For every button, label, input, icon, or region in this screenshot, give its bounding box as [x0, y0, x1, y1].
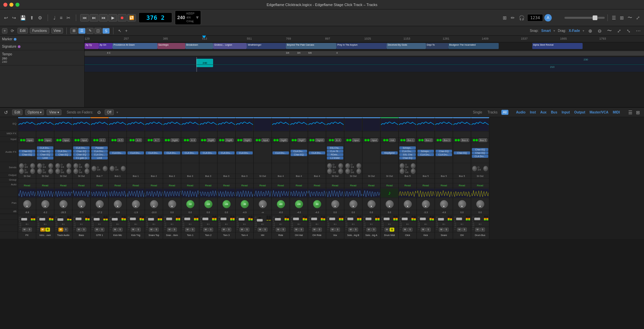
fx-plugin[interactable]: Limit: [91, 156, 108, 159]
fader-track[interactable]: [150, 217, 152, 219]
mute-button[interactable]: M: [294, 228, 299, 232]
mute-button[interactable]: M: [403, 228, 407, 232]
automation-row[interactable]: Read: [18, 183, 36, 188]
pan-row[interactable]: [417, 198, 435, 210]
input-pill[interactable]: Inst: [389, 138, 395, 142]
fx-plugin[interactable]: CLA Dru...: [218, 151, 235, 154]
pencil-icon-btn[interactable]: ✎: [86, 28, 94, 34]
sends-row[interactable]: O 3/4 O 5/6: [399, 163, 416, 174]
output-row[interactable]: Bus 3: [199, 174, 217, 179]
settings-icon[interactable]: ⚙: [37, 14, 44, 21]
region-ap-sy[interactable]: Ap Sy: [85, 43, 99, 49]
input-pill[interactable]: Input: [44, 138, 52, 142]
region-ap-gri[interactable]: Ap Gri: [99, 43, 113, 49]
solo-button[interactable]: S: [208, 228, 213, 232]
send-knob2[interactable]: [338, 163, 343, 169]
eq-display[interactable]: [399, 119, 416, 131]
fx-plugin[interactable]: Chan EQ: [19, 150, 35, 153]
audiofx-row[interactable]: CLA Dru...Chan EQ: [290, 143, 308, 163]
solo-button[interactable]: S: [245, 228, 249, 232]
region-providence[interactable]: Providence At Dawn: [112, 43, 157, 49]
pan-row[interactable]: -36: [236, 198, 253, 210]
sends-row[interactable]: O 3/4 O 5/6: [36, 163, 54, 174]
tempo-display[interactable]: 240 KEEP 4/4 Cmaj ▾: [175, 10, 201, 25]
pan-row[interactable]: -14: [181, 198, 199, 210]
loop-icon[interactable]: ⟳: [9, 28, 15, 34]
mute-button[interactable]: M: [312, 228, 317, 232]
pencil-icon[interactable]: ✏: [509, 14, 516, 21]
mute-button[interactable]: M: [77, 228, 81, 232]
fx-plugin[interactable]: SSL Cha: [399, 153, 416, 156]
fx-plugin[interactable]: CLA-76...: [327, 150, 343, 153]
input-pill[interactable]: Digtl9: [279, 138, 288, 142]
output-row[interactable]: Bus 3: [236, 174, 253, 179]
input-row[interactable]: In 7: [145, 138, 163, 143]
fx-plugin[interactable]: CLA Dru...: [164, 151, 180, 154]
pan-row[interactable]: +44: [217, 198, 235, 210]
eq-display[interactable]: [417, 119, 434, 131]
arrange-canvas[interactable]: 129 257 385 513 551 769 897 1025 1153 12…: [85, 36, 644, 107]
pan-row[interactable]: [163, 198, 181, 210]
automation-row[interactable]: Read: [127, 183, 145, 188]
input-row[interactable]: Digt10: [308, 138, 326, 143]
pan-row[interactable]: [127, 198, 145, 210]
solo-button[interactable]: S: [154, 228, 159, 232]
solo-button[interactable]: S: [353, 228, 358, 232]
eq-row[interactable]: [435, 118, 453, 132]
drag-value[interactable]: X-Fade: [569, 29, 580, 33]
fx-plugin[interactable]: RDets...: [327, 153, 343, 156]
fader-thumb[interactable]: [148, 218, 154, 221]
output-row[interactable]: Bus 4: [272, 174, 290, 179]
master-fader[interactable]: [564, 17, 605, 19]
fader-thumb[interactable]: [311, 218, 317, 220]
pan-row[interactable]: [381, 198, 398, 210]
smart-icon-btn[interactable]: S: [102, 28, 110, 34]
grid-view-icon[interactable]: ⊞: [618, 14, 625, 21]
fader-row[interactable]: +60-6-12-18-24-∞: [344, 215, 362, 222]
output-row[interactable]: St Out: [326, 174, 344, 179]
solo-button[interactable]: S: [335, 228, 340, 232]
fader-track[interactable]: [222, 217, 225, 219]
input-type-btn[interactable]: Input: [560, 110, 572, 115]
pan-row[interactable]: [36, 198, 54, 210]
output-row[interactable]: Bus 5: [453, 174, 471, 179]
sends-row[interactable]: O 3/4 O 5/6: [54, 163, 72, 174]
pan-knob[interactable]: +14: [204, 200, 212, 208]
input-row[interactable]: Input: [362, 138, 380, 143]
output-row[interactable]: Bus 3: [217, 174, 235, 179]
input-row[interactable]: In 6: [127, 138, 145, 143]
fx-plugin[interactable]: CLA Dru...: [291, 150, 307, 153]
fader-track[interactable]: [458, 217, 460, 219]
mute-button[interactable]: M: [149, 228, 154, 232]
fader-thumb[interactable]: [293, 218, 299, 220]
shrink-icon[interactable]: ⤡: [625, 28, 632, 34]
undo-icon[interactable]: ↩: [3, 14, 9, 21]
sends-power-icon[interactable]: ⏻: [96, 110, 102, 115]
pan-row[interactable]: +14: [199, 198, 217, 210]
mute-button[interactable]: M: [348, 228, 353, 232]
input-row[interactable]: Bus 2: [417, 138, 435, 143]
audiofx-row[interactable]: CLA Dru...: [217, 143, 235, 163]
fader-row[interactable]: +60-6-12-18-24-∞: [254, 215, 271, 222]
input-pill[interactable]: Bus 2: [424, 138, 433, 142]
sends-row[interactable]: [362, 163, 380, 174]
send-knob2[interactable]: [103, 166, 107, 171]
eq-display[interactable]: [127, 119, 144, 131]
fader-thumb[interactable]: [239, 218, 245, 221]
input-row[interactable]: Input: [54, 138, 72, 143]
fader-thumb[interactable]: [257, 219, 263, 222]
audiofx-row[interactable]: CLA Dru...: [109, 143, 127, 163]
audiofx-row[interactable]: [344, 143, 362, 163]
output-row[interactable]: Bus 7: [91, 174, 108, 179]
fader-row[interactable]: +60-6-12-18-24-∞: [326, 215, 344, 222]
fader-row[interactable]: +60-6-12-18-24-∞: [272, 215, 290, 222]
pan-knob[interactable]: [168, 200, 176, 208]
input-pill[interactable]: In 5: [117, 138, 124, 142]
functions-button[interactable]: Functions: [30, 28, 49, 34]
redo-icon[interactable]: ↪: [11, 14, 17, 21]
input-pill[interactable]: Input: [352, 138, 360, 142]
sends-row[interactable]: O 3/4: [471, 163, 489, 174]
fader-track[interactable]: [186, 217, 189, 219]
fx-plugin[interactable]: CLA Dru...: [109, 151, 126, 154]
pan-knob[interactable]: [476, 200, 484, 208]
